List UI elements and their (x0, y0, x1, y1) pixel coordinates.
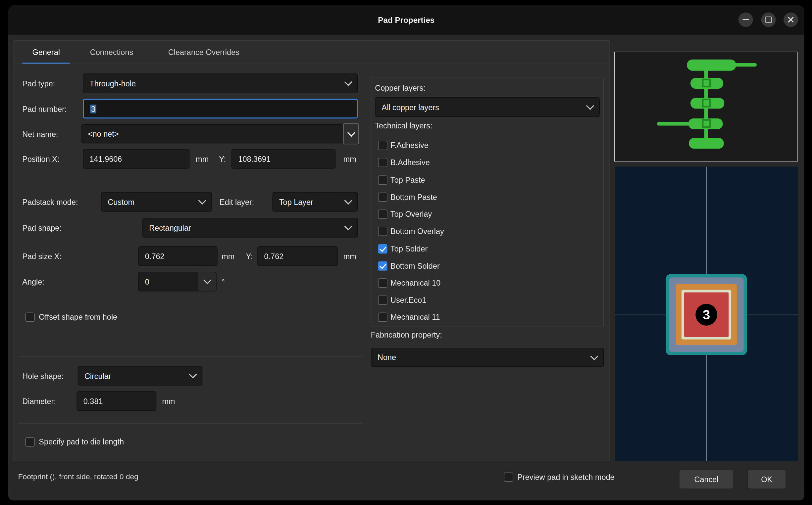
tab-clearance-overrides[interactable]: Clearance Overrides (159, 40, 249, 64)
pad-preview-stack: 3 (666, 274, 747, 355)
layer-label-bottom-paste: Bottom Paste (390, 187, 437, 207)
chevron-down-icon (344, 78, 352, 86)
position-x-input[interactable]: 141.9606 (83, 149, 189, 168)
tab-connections[interactable]: Connections (85, 40, 139, 64)
offset-shape-checkbox[interactable] (25, 313, 35, 322)
layer-checkbox-user-eco1[interactable] (378, 296, 388, 305)
window-title: Pad Properties (8, 5, 804, 35)
separator (18, 423, 363, 424)
pad-size-y-value: 0.762 (264, 252, 284, 261)
pad-size-x-unit: mm (222, 247, 235, 267)
chevron-down-icon (344, 197, 352, 204)
pad-type-label: Pad type: (22, 74, 55, 94)
pad-properties-dialog: Pad Properties General Connections Clear… (8, 5, 804, 501)
diameter-unit: mm (162, 392, 175, 411)
tabbar-divider (14, 63, 610, 64)
pad-shape-value: Rectangular (149, 223, 191, 232)
pad-to-die-label: Specify pad to die length (39, 432, 124, 452)
pad-number-value: 3 (90, 104, 96, 113)
pad-size-y-unit: mm (344, 247, 356, 267)
edit-layer-label: Edit layer: (220, 193, 254, 212)
position-y-input[interactable]: 108.3691 (232, 149, 335, 168)
angle-label: Angle: (22, 272, 44, 292)
hole-shape-dropdown[interactable]: Circular (78, 366, 203, 385)
diameter-input[interactable]: 0.381 (77, 391, 156, 411)
layer-checkbox-b-adhesive[interactable] (378, 158, 388, 167)
pad-size-x-value: 0.762 (145, 252, 165, 261)
net-name-label: Net name: (22, 125, 58, 144)
status-text: Footprint (), front side, rotated 0 deg (18, 467, 138, 487)
position-y-label: Y: (219, 150, 226, 169)
net-name-input[interactable]: <no net> (82, 124, 344, 143)
chevron-down-icon (590, 352, 598, 360)
position-y-unit: mm (344, 150, 356, 169)
layer-label-top-solder: Top Solder (390, 239, 427, 259)
layer-label-top-overlay: Top Overlay (390, 204, 432, 224)
hole-shape-label: Hole shape: (22, 366, 63, 386)
close-button[interactable] (784, 13, 798, 27)
layer-checkbox-top-solder[interactable] (378, 244, 388, 254)
chevron-down-icon (189, 370, 197, 378)
offset-shape-label: Offset shape from hole (39, 307, 117, 327)
pad-size-x-label: Pad size X: (22, 247, 61, 267)
net-name-dropdown-button[interactable] (344, 123, 359, 144)
ok-button[interactable]: OK (748, 469, 786, 489)
layer-checkbox-bottom-overlay[interactable] (378, 227, 388, 236)
padstack-mode-dropdown[interactable]: Custom (101, 192, 212, 211)
cancel-button[interactable]: Cancel (679, 469, 734, 489)
screen: Pad Properties General Connections Clear… (0, 0, 812, 505)
tab-general[interactable]: General (22, 40, 70, 64)
edit-layer-value: Top Layer (279, 198, 313, 206)
minimize-icon (742, 19, 749, 20)
padstack-mode-label: Padstack mode: (22, 193, 78, 212)
layer-label-mechanical-11: Mechanical 11 (390, 307, 440, 327)
edit-layer-dropdown[interactable]: Top Layer (273, 192, 358, 211)
angle-dropdown-button[interactable] (198, 272, 216, 291)
pad-to-die-checkbox[interactable] (25, 437, 35, 447)
layer-checkbox-mechanical-10[interactable] (378, 278, 388, 288)
chevron-down-icon (344, 222, 352, 230)
footprint-preview-panel (614, 52, 798, 162)
pad-type-value: Through-hole (90, 79, 136, 88)
fabrication-property-dropdown[interactable]: None (371, 348, 604, 367)
layer-checkbox-top-paste[interactable] (378, 175, 388, 185)
pad-number-preview: 3 (703, 307, 710, 323)
pad-size-x-input[interactable]: 0.762 (138, 246, 218, 266)
maximize-icon (765, 17, 772, 23)
footprint-preview-drawing (615, 52, 797, 161)
diameter-value: 0.381 (84, 397, 103, 406)
pad-type-dropdown[interactable]: Through-hole (83, 73, 358, 93)
position-x-unit: mm (196, 150, 209, 169)
minimize-button[interactable] (738, 13, 753, 27)
pad-size-y-input[interactable]: 0.762 (257, 246, 337, 266)
separator (18, 356, 363, 357)
fabrication-property-value: None (378, 353, 396, 362)
pad-number-label: Pad number: (22, 99, 66, 119)
sketch-mode-checkbox[interactable] (504, 473, 513, 482)
layer-checkbox-mechanical-11[interactable] (378, 313, 388, 322)
copper-layers-value: All copper layers (382, 103, 439, 112)
chevron-down-icon (203, 276, 211, 284)
pad-shape-label: Pad shape: (22, 218, 61, 238)
angle-value: 0 (139, 277, 198, 286)
padstack-mode-value: Custom (108, 198, 134, 206)
close-icon (787, 16, 794, 23)
angle-combo[interactable]: 0 (138, 272, 217, 291)
layer-checkbox-bottom-paste[interactable] (378, 193, 388, 202)
pad-hole: 3 (695, 304, 717, 326)
maximize-button[interactable] (761, 13, 776, 27)
layer-label-user-eco1: User.Eco1 (390, 290, 426, 310)
layer-checkbox-bottom-solder[interactable] (378, 262, 388, 271)
copper-layers-label: Copper layers: (375, 78, 425, 98)
check-icon (379, 244, 386, 251)
layer-checkbox-top-overlay[interactable] (378, 209, 388, 219)
position-y-value: 108.3691 (238, 155, 271, 163)
titlebar: Pad Properties (8, 5, 804, 35)
pad-number-input[interactable]: 3 (83, 99, 358, 119)
pad-preview-panel: 3 (615, 167, 798, 461)
pad-shape-dropdown[interactable]: Rectangular (142, 218, 358, 237)
layer-label-mechanical-10: Mechanical 10 (390, 273, 440, 293)
layer-checkbox-f-adhesive[interactable] (378, 141, 388, 150)
diameter-label: Diameter: (22, 392, 56, 411)
copper-layers-dropdown[interactable]: All copper layers (375, 97, 600, 117)
